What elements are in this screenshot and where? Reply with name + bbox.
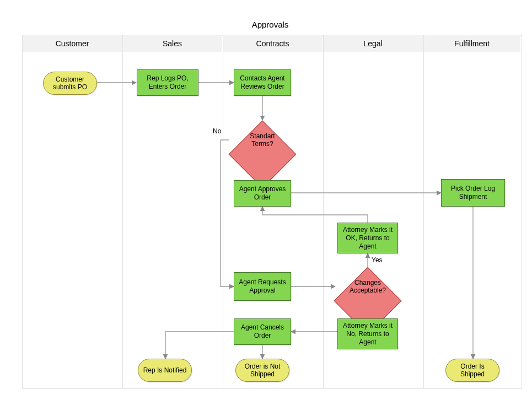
node-customer-submits: Customer submits PO xyxy=(43,72,97,95)
node-changes-acceptable-label: Changes Acceptable? xyxy=(344,279,392,295)
node-approves: Agent Approves Order xyxy=(234,180,291,207)
node-standard-terms-label: Standart Terms? xyxy=(239,132,287,148)
label-no1: No xyxy=(213,127,221,135)
node-attorney-no: Attorney Marks it No, Returns to Agent xyxy=(337,318,398,349)
label-yes2: Yes xyxy=(372,256,383,264)
node-standard-terms: Standart Terms? xyxy=(228,120,297,160)
node-reviews: Contacts Agent Reviews Order xyxy=(234,69,291,96)
node-rep-logs: Rep Logs PO, Enters Order xyxy=(137,69,198,96)
node-not-shipped: Order is Not Shipped xyxy=(235,359,289,382)
node-cancels: Agent Cancels Order xyxy=(234,318,291,345)
node-shipped: Order Is Shipped xyxy=(445,359,499,382)
node-rep-notified: Rep Is Notified xyxy=(138,359,192,382)
node-pick-order: Pick Order Log Shipment xyxy=(441,179,505,207)
svg-marker-11 xyxy=(229,121,296,188)
diagram-stage: Approvals Customer Sales Contracts Legal… xyxy=(0,0,532,400)
node-changes-acceptable: Changes Acceptable? xyxy=(334,267,402,306)
node-requests: Agent Requests Approval xyxy=(234,272,291,301)
node-attorney-ok: Attorney Marks it OK, Returns to Agent xyxy=(337,223,398,253)
